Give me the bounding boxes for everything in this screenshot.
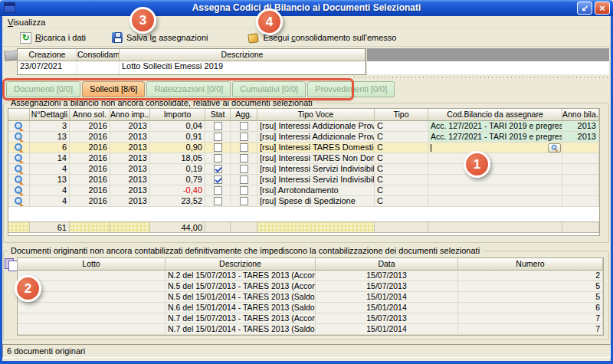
assignment-row[interactable]: 6201620130,90[rsu] Interessi TARES Domes… — [8, 143, 599, 153]
agg-checkbox[interactable] — [240, 122, 248, 130]
stat-checkbox[interactable] — [214, 165, 222, 173]
tab-provvedimenti[interactable]: Provvedimenti [0/0] — [307, 81, 395, 97]
assignment-row[interactable]: 42016201323,52[rsu] Spese di SpedizioneC — [8, 196, 599, 207]
pending-col-header-2[interactable]: Data — [316, 258, 458, 271]
agg-cell — [231, 185, 257, 196]
assignments-col-header-6[interactable]: Agg. — [231, 109, 257, 121]
tipo-voce-cell: [rsu] Interessi Addizionale Provinciale … — [257, 132, 375, 143]
assignment-row[interactable]: 13201620130,79[rsu] Interessi Servizi In… — [8, 175, 599, 185]
agg-checkbox[interactable] — [240, 143, 248, 152]
assignments-grid-header: N°DettagliAnno sol.Anno imp...ImportoSta… — [8, 109, 599, 121]
splitter-dots[interactable] — [354, 77, 608, 78]
execute-consolidation-button[interactable]: Esegui consolidamento sull'emesso — [244, 31, 400, 44]
restore-button[interactable]: ↙ — [577, 2, 592, 15]
assignments-col-header-9[interactable]: Cod.Bilancio da assegnare — [428, 109, 562, 121]
assignments-col-header-3[interactable]: Anno imp... — [110, 109, 150, 121]
tab-documenti[interactable]: Documenti [0/0] — [6, 81, 80, 97]
execute-icon — [247, 32, 259, 43]
magnifier-icon[interactable] — [14, 196, 24, 206]
menu-item-visualizza[interactable]: Visualizza — [2, 16, 51, 28]
lot-grid-body: 23/07/2021Lotto Solleciti Emessi 2019 — [18, 61, 366, 74]
assignments-col-header-10[interactable]: Anno bila... — [562, 109, 599, 121]
agg-checkbox[interactable] — [240, 133, 248, 141]
stat-checkbox[interactable] — [214, 175, 222, 184]
reload-data-button[interactable]: Ricarica i dati — [16, 31, 90, 45]
pending-col-header-0[interactable]: Lotto — [18, 258, 166, 271]
pending-row[interactable]: N.2 del 15/07/2013 - TARES 2013 (Acconto… — [18, 271, 603, 281]
agg-cell — [231, 164, 257, 175]
stat-checkbox[interactable] — [214, 122, 222, 130]
stat-checkbox[interactable] — [214, 197, 222, 205]
pending-numero-cell: 6 — [458, 303, 603, 313]
dettagli-cell: 14 — [30, 153, 70, 164]
assignments-col-header-8[interactable]: Tipo — [375, 109, 428, 121]
copy-documents-icon[interactable] — [5, 258, 18, 271]
agg-checkbox[interactable] — [240, 165, 248, 173]
agg-checkbox[interactable] — [240, 197, 248, 205]
lookup-button[interactable] — [548, 143, 561, 152]
pending-numero-cell: 5 — [458, 281, 603, 292]
summary-cell-6 — [231, 222, 257, 232]
lot-grid: CreazioneConsolidam...Descrizione 23/07/… — [17, 48, 366, 75]
pending-row[interactable]: N.5 del 15/07/2013 - TARES 2013 (Acconto… — [18, 281, 603, 292]
assignments-col-header-7[interactable]: Tipo Voce — [257, 109, 375, 121]
magnifier-icon[interactable] — [14, 153, 24, 163]
magnifier-icon[interactable] — [14, 164, 24, 174]
stat-checkbox[interactable] — [214, 186, 222, 195]
pending-numero-cell: 7 — [458, 313, 603, 324]
agg-checkbox[interactable] — [240, 175, 248, 184]
assignment-row[interactable]: 13201620130,91[rsu] Interessi Addizional… — [8, 132, 599, 143]
lot-col-header-1[interactable]: Consolidam... — [77, 49, 120, 61]
magnifier-icon[interactable] — [14, 121, 24, 131]
stat-checkbox[interactable] — [214, 143, 222, 152]
summary-cell-2 — [70, 222, 110, 232]
stat-checkbox[interactable] — [214, 154, 222, 162]
anno-imp-cell: 2013 — [110, 153, 150, 164]
assignments-col-header-2[interactable]: Anno sol. — [70, 109, 110, 121]
magnifier-icon[interactable] — [14, 185, 24, 195]
lot-row[interactable]: 23/07/2021Lotto Solleciti Emessi 2019 — [18, 61, 366, 74]
magnifier-icon[interactable] — [14, 132, 24, 142]
lot-col-header-0[interactable]: Creazione — [18, 49, 77, 61]
tab-cumulativi[interactable]: Cumulativi [0/0] — [232, 81, 306, 97]
assignment-row[interactable]: 420162013-0,40[rsu] ArrotondamentoC — [8, 185, 599, 196]
summary-cell-9 — [428, 222, 562, 232]
assignment-row[interactable]: 4201620130,19[rsu] Interessi Servizi Ind… — [8, 164, 599, 175]
assignments-col-header-0[interactable] — [8, 109, 30, 121]
assignments-col-header-4[interactable]: Importo — [150, 109, 205, 121]
close-button[interactable]: × — [595, 2, 610, 15]
lot-creazione-cell: 23/07/2021 — [18, 61, 77, 74]
assignment-row[interactable]: 3201620130,04[rsu] Interessi Addizionale… — [8, 121, 599, 132]
summary-cell-1: 61 — [30, 222, 70, 232]
tab-solleciti[interactable]: Solleciti [8/6] — [82, 81, 145, 97]
pending-row[interactable]: N.7 del 15/01/2014 - TARES 2013 (Saldo)1… — [18, 324, 603, 335]
pending-row[interactable]: N.6 del 15/01/2014 - TARES 2013 (Saldo)1… — [18, 303, 603, 313]
pending-row[interactable]: N.5 del 15/01/2014 - TARES 2013 (Saldo)1… — [18, 292, 603, 303]
cod-bilancio-cell[interactable] — [428, 143, 562, 153]
dettagli-cell: 13 — [30, 132, 70, 143]
agg-checkbox[interactable] — [240, 186, 248, 195]
pending-data-cell: 15/07/2013 — [316, 313, 458, 324]
lot-grid-header: CreazioneConsolidam...Descrizione — [18, 49, 366, 61]
assignment-row[interactable]: 142016201318,05[rsu] Interessi TARES Non… — [8, 153, 599, 164]
dettagli-cell: 4 — [30, 196, 70, 207]
lot-col-header-2[interactable]: Descrizione — [120, 49, 366, 61]
magnifier-icon[interactable] — [14, 175, 24, 185]
pending-col-header-3[interactable]: Numero — [458, 258, 603, 271]
agg-cell — [231, 153, 257, 164]
pending-col-header-1[interactable]: Descrizione — [166, 258, 316, 271]
anno-bilancio-cell — [562, 164, 599, 175]
pending-documents-grid: LottoDescrizioneDataNumero N.2 del 15/07… — [17, 257, 604, 336]
stat-checkbox[interactable] — [214, 133, 222, 141]
assignments-col-header-1[interactable]: N°Dettagli — [30, 109, 70, 121]
pending-data-cell: 15/07/2013 — [316, 281, 458, 292]
agg-cell — [231, 196, 257, 207]
row-detail-cell — [8, 196, 30, 207]
magnifier-icon[interactable] — [14, 143, 24, 152]
save-assignments-button[interactable]: Salva le assegnazioni — [108, 31, 211, 44]
assignments-col-header-5[interactable]: Stat — [205, 109, 231, 121]
agg-checkbox[interactable] — [240, 154, 248, 162]
tab-rateizzazioni[interactable]: Rateizzazioni [0/0] — [146, 81, 231, 97]
text-caret — [431, 144, 431, 152]
pending-row[interactable]: N.7 del 15/07/2013 - TARES 2013 (Acconto… — [18, 313, 603, 324]
